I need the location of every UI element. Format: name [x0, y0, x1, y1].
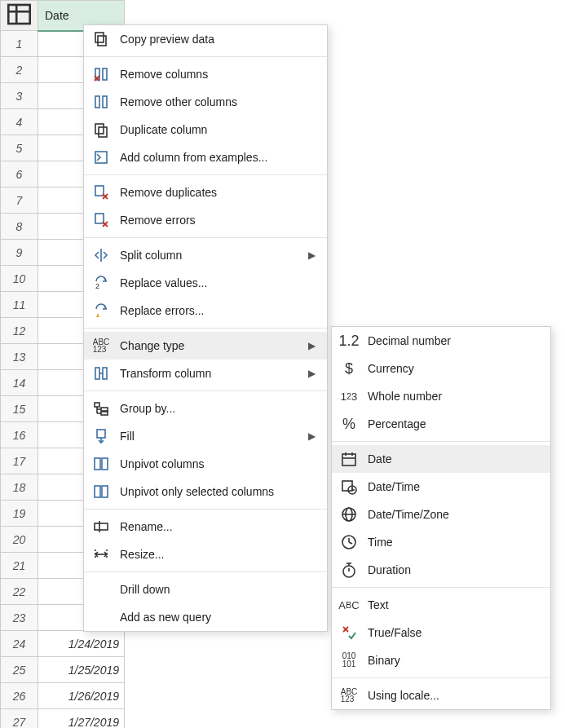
menu-resize[interactable]: Resize... [84, 540, 327, 568]
binary-icon: 010101 [340, 651, 358, 669]
corner-cell[interactable] [1, 1, 38, 31]
row-number[interactable]: 15 [1, 396, 38, 422]
row-number[interactable]: 23 [1, 605, 38, 631]
svg-rect-39 [102, 458, 108, 470]
time-icon [340, 533, 358, 551]
datetimezone-icon [340, 505, 358, 523]
duplicate-icon [92, 121, 110, 139]
unpivot-selected-icon [92, 483, 110, 501]
type-date[interactable]: Date [332, 445, 550, 473]
row-number[interactable]: 20 [1, 527, 38, 553]
menu-replace-values[interactable]: 2 Replace values... [84, 269, 327, 297]
svg-marker-26 [96, 313, 99, 317]
svg-text:2: 2 [95, 282, 99, 290]
truefalse-icon [340, 624, 358, 642]
menu-duplicate-column[interactable]: Duplicate column [84, 116, 327, 143]
copy-icon [92, 30, 110, 48]
svg-rect-27 [95, 368, 99, 379]
row-number[interactable]: 2 [1, 57, 38, 83]
row-number[interactable]: 9 [1, 240, 38, 266]
menu-drill-down[interactable]: Drill down [84, 576, 327, 603]
row-number[interactable]: 16 [1, 422, 38, 448]
type-decimal[interactable]: 1.2 Decimal number [332, 327, 550, 355]
replace-errors-icon [92, 302, 110, 320]
svg-rect-13 [95, 96, 99, 108]
row-number[interactable]: 21 [1, 553, 38, 579]
type-truefalse[interactable]: True/False [332, 619, 550, 646]
row-number[interactable]: 3 [1, 83, 38, 109]
svg-rect-0 [8, 5, 29, 24]
row-number[interactable]: 22 [1, 579, 38, 605]
svg-rect-36 [97, 430, 105, 438]
row-number[interactable]: 8 [1, 214, 38, 240]
type-currency[interactable]: $ Currency [332, 355, 550, 382]
replace-values-icon: 2 [92, 274, 110, 292]
type-text[interactable]: ABC Text [332, 591, 550, 619]
row-number[interactable]: 25 [1, 657, 38, 683]
svg-rect-30 [95, 403, 99, 407]
resize-icon [92, 545, 110, 563]
decimal-icon: 1.2 [340, 332, 358, 350]
row-number[interactable]: 12 [1, 318, 38, 344]
row-number[interactable]: 13 [1, 344, 38, 370]
type-binary[interactable]: 010101 Binary [332, 646, 550, 674]
percentage-icon: % [340, 415, 358, 433]
row-number[interactable]: 18 [1, 474, 38, 501]
menu-remove-duplicates[interactable]: Remove duplicates [84, 179, 327, 206]
row-number[interactable]: 17 [1, 448, 38, 474]
text-icon: ABC [340, 596, 358, 614]
menu-split-column[interactable]: Split column ▶ [84, 241, 327, 269]
row-number[interactable]: 26 [1, 683, 38, 709]
row-number[interactable]: 10 [1, 266, 38, 292]
date-cell[interactable]: 1/27/2019 [38, 709, 125, 729]
svg-rect-41 [102, 486, 108, 497]
group-by-icon [92, 399, 110, 417]
row-number[interactable]: 19 [1, 501, 38, 527]
chevron-right-icon: ▶ [308, 340, 316, 351]
date-cell[interactable]: 1/25/2019 [38, 657, 125, 683]
remove-duplicates-icon [92, 183, 110, 201]
row-number[interactable]: 24 [1, 631, 38, 657]
menu-replace-errors[interactable]: Replace errors... [84, 297, 327, 324]
fill-icon [92, 427, 110, 445]
datetime-icon [340, 478, 358, 496]
type-time[interactable]: Time [332, 528, 550, 556]
remove-errors-icon [92, 211, 110, 229]
row-number[interactable]: 27 [1, 709, 38, 729]
type-whole[interactable]: 123 Whole number [332, 382, 550, 410]
type-datetimezone[interactable]: Date/Time/Zone [332, 501, 550, 528]
date-cell[interactable]: 1/24/2019 [38, 631, 125, 657]
svg-rect-21 [95, 214, 104, 223]
menu-transform-column[interactable]: Transform column ▶ [84, 360, 327, 387]
transform-icon [92, 364, 110, 382]
type-duration[interactable]: Duration [332, 556, 550, 584]
menu-change-type[interactable]: ABC123 Change type ▶ [84, 332, 327, 360]
rename-icon [92, 518, 110, 536]
table-row: 271/27/2019 [1, 709, 125, 729]
menu-add-as-new-query[interactable]: Add as new query [84, 603, 327, 631]
menu-unpivot-selected[interactable]: Unpivot only selected columns [84, 478, 327, 505]
row-number[interactable]: 11 [1, 292, 38, 318]
menu-copy-preview[interactable]: Copy preview data [84, 25, 327, 53]
menu-fill[interactable]: Fill ▶ [84, 422, 327, 450]
menu-remove-errors[interactable]: Remove errors [84, 206, 327, 234]
menu-rename[interactable]: Rename... [84, 513, 327, 540]
row-number[interactable]: 14 [1, 370, 38, 396]
menu-add-from-examples[interactable]: Add column from examples... [84, 143, 327, 171]
row-number[interactable]: 7 [1, 188, 38, 214]
table-row: 251/25/2019 [1, 657, 125, 683]
menu-unpivot[interactable]: Unpivot columns [84, 450, 327, 478]
svg-line-60 [349, 542, 352, 544]
date-cell[interactable]: 1/26/2019 [38, 683, 125, 709]
row-number[interactable]: 1 [1, 31, 38, 57]
unpivot-icon [92, 455, 110, 473]
type-percentage[interactable]: % Percentage [332, 410, 550, 438]
menu-remove-columns[interactable]: Remove columns [84, 60, 327, 88]
row-number[interactable]: 5 [1, 135, 38, 161]
menu-remove-other-columns[interactable]: Remove other columns [84, 88, 327, 116]
type-using-locale[interactable]: ABC123 Using locale... [332, 682, 550, 709]
row-number[interactable]: 4 [1, 109, 38, 135]
row-number[interactable]: 6 [1, 161, 38, 188]
menu-group-by[interactable]: Group by... [84, 395, 327, 422]
type-datetime[interactable]: Date/Time [332, 473, 550, 501]
